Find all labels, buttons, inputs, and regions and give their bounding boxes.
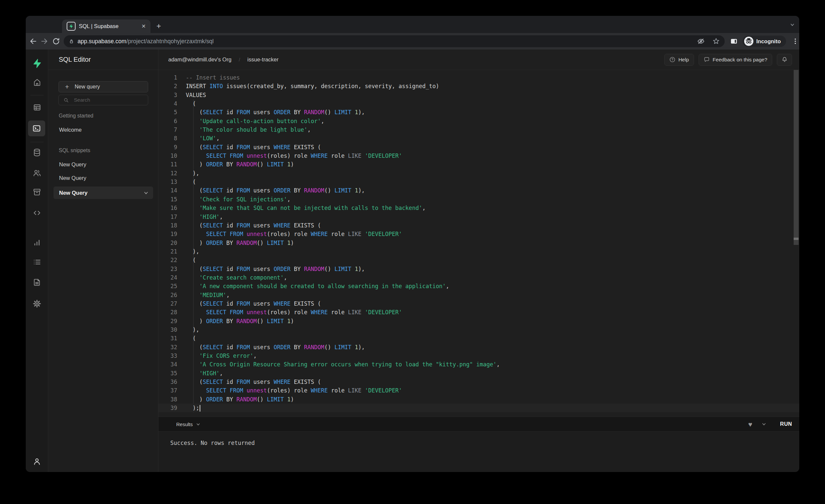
query-status-message: Success. No rows returned [170, 440, 255, 446]
favorite-chevron-icon[interactable] [762, 422, 766, 426]
code-line-14[interactable]: 14 (SELECT id FROM users ORDER BY RANDOM… [158, 186, 799, 195]
section-sql-snippets: SQL snippets [59, 148, 90, 153]
code-line-37[interactable]: 37 SELECT FROM unnest(roles) role WHERE … [158, 386, 799, 395]
forward-button[interactable] [40, 37, 49, 46]
code-line-34[interactable]: 34 'A Cross Origin Resource Sharing erro… [158, 360, 799, 369]
code-line-13[interactable]: 13 ( [158, 177, 799, 186]
code-line-36[interactable]: 36 (SELECT id FROM users WHERE EXISTS ( [158, 378, 799, 386]
browser-tab[interactable]: SQL | Supabase ✕ [62, 19, 150, 33]
url-host: app.supabase.com [78, 38, 126, 45]
scrollbar-cursor-mark [794, 238, 799, 240]
feedback-label: Feedback on this page? [713, 57, 767, 63]
account-icon[interactable] [26, 457, 48, 466]
bookmark-star-icon[interactable] [712, 37, 720, 45]
code-line-5[interactable]: 5 (SELECT id FROM users ORDER BY RANDOM(… [158, 108, 799, 117]
code-line-16[interactable]: 16 'Make sure that SQL can not be inject… [158, 204, 799, 212]
sidebar-item-new-query-1[interactable]: New Query [59, 161, 86, 168]
sidebar-item-new-query-selected[interactable]: New Query [54, 187, 153, 199]
home-icon[interactable] [26, 78, 48, 87]
code-line-25[interactable]: 25 'A new component should be created to… [158, 282, 799, 290]
code-line-38[interactable]: 38 ) ORDER BY RANDOM() LIMIT 1) [158, 395, 799, 404]
code-line-26[interactable]: 26 'MEDIUM', [158, 291, 799, 299]
code-line-35[interactable]: 35 'HIGH', [158, 369, 799, 378]
side-panel-icon[interactable] [730, 37, 738, 45]
code-line-30[interactable]: 30 ), [158, 326, 799, 334]
notifications-button[interactable] [777, 54, 792, 66]
sidebar-item-new-query-2[interactable]: New Query [59, 175, 86, 181]
tab-search-chevron-icon[interactable] [790, 22, 795, 27]
code-line-1[interactable]: 1-- Insert issues [158, 73, 799, 82]
back-button[interactable] [29, 37, 37, 46]
code-line-11[interactable]: 11 ) ORDER BY RANDOM() LIMIT 1) [158, 160, 799, 169]
main-header: adam@windmill.dev's Org / issue-tracker … [158, 50, 799, 70]
reload-button[interactable] [52, 37, 60, 46]
code-line-19[interactable]: 19 SELECT FROM unnest(roles) role WHERE … [158, 230, 799, 238]
code-line-9[interactable]: 9 (SELECT id FROM users WHERE EXISTS ( [158, 143, 799, 151]
code-line-21[interactable]: 21 ), [158, 247, 799, 256]
code-line-33[interactable]: 33 'Fix CORS error', [158, 352, 799, 360]
sidebar-item-welcome[interactable]: Welcome [59, 127, 81, 133]
results-chevron-icon[interactable] [196, 422, 200, 426]
tab-title: SQL | Supabase [79, 23, 139, 29]
results-bar: Results ♥ RUN [158, 417, 799, 432]
api-code-icon[interactable] [26, 208, 48, 218]
speech-bubble-icon [703, 57, 710, 63]
new-query-button[interactable]: + New query [58, 81, 148, 92]
code-editor[interactable]: 1-- Insert issues2INSERT INTO issues(cre… [158, 70, 799, 417]
code-line-4[interactable]: 4 ( [158, 99, 799, 108]
code-line-39[interactable]: 39 ); [158, 404, 799, 412]
code-line-23[interactable]: 23 (SELECT id FROM users ORDER BY RANDOM… [158, 265, 799, 273]
logs-list-icon[interactable] [26, 258, 48, 267]
code-line-8[interactable]: 8 'LOW', [158, 134, 799, 143]
code-line-3[interactable]: 3VALUES [158, 91, 799, 99]
plus-icon: + [65, 83, 69, 90]
run-button[interactable]: RUN [780, 421, 792, 427]
url-text: app.supabase.com/project/azahtnhqohyjerz… [78, 38, 697, 45]
database-icon[interactable] [26, 148, 48, 157]
chevron-down-icon[interactable] [144, 191, 149, 195]
supabase-logo-icon[interactable] [26, 58, 48, 68]
code-line-31[interactable]: 31 ( [158, 334, 799, 343]
browser-window: SQL | Supabase ✕ + app.supabase.com/proj… [26, 16, 799, 472]
code-line-20[interactable]: 20 ) ORDER BY RANDOM() LIMIT 1) [158, 239, 799, 247]
code-line-12[interactable]: 12 ), [158, 169, 799, 177]
url-bar[interactable]: app.supabase.com/project/azahtnhqohyjerz… [64, 35, 725, 47]
snippet-search[interactable] [58, 95, 148, 105]
browser-menu-button[interactable] [791, 37, 799, 45]
reports-chart-icon[interactable] [26, 238, 48, 247]
sql-editor-icon[interactable] [28, 121, 45, 136]
code-line-2[interactable]: 2INSERT INTO issues(created_by, summary,… [158, 82, 799, 90]
search-input[interactable] [73, 97, 141, 103]
favorite-heart-icon[interactable]: ♥ [748, 421, 752, 428]
results-tab[interactable]: Results [176, 422, 193, 427]
code-line-18[interactable]: 18 (SELECT id FROM users WHERE EXISTS ( [158, 221, 799, 230]
feedback-button[interactable]: Feedback on this page? [699, 54, 772, 66]
settings-gear-icon[interactable] [26, 299, 48, 308]
code-line-29[interactable]: 29 ) ORDER BY RANDOM() LIMIT 1) [158, 317, 799, 326]
code-line-10[interactable]: 10 SELECT FROM unnest(roles) role WHERE … [158, 151, 799, 160]
code-line-27[interactable]: 27 (SELECT id FROM users WHERE EXISTS ( [158, 299, 799, 308]
breadcrumb-project[interactable]: issue-tracker [247, 57, 279, 63]
breadcrumb-org[interactable]: adam@windmill.dev's Org [168, 57, 231, 63]
eye-off-icon[interactable] [697, 37, 705, 45]
help-button[interactable]: Help [664, 54, 694, 66]
new-tab-button[interactable]: + [154, 22, 163, 30]
code-line-28[interactable]: 28 SELECT FROM unnest(roles) role WHERE … [158, 308, 799, 316]
code-line-6[interactable]: 6 'Update call-to-action button color', [158, 117, 799, 126]
main-area: adam@windmill.dev's Org / issue-tracker … [158, 50, 799, 472]
editor-scrollbar[interactable] [794, 70, 799, 245]
code-line-15[interactable]: 15 'Check for SQL injections', [158, 195, 799, 204]
code-line-32[interactable]: 32 (SELECT id FROM users ORDER BY RANDOM… [158, 343, 799, 352]
docs-icon[interactable] [26, 278, 48, 287]
code-line-22[interactable]: 22 ( [158, 256, 799, 264]
new-query-label: New query [75, 84, 100, 90]
text-cursor [200, 405, 200, 412]
panel-header: SQL Editor [48, 50, 158, 70]
storage-icon[interactable] [26, 188, 48, 197]
table-editor-icon[interactable] [26, 103, 48, 112]
tab-close-icon[interactable]: ✕ [142, 23, 146, 29]
code-line-7[interactable]: 7 'The color should be light blue', [158, 126, 799, 134]
code-line-24[interactable]: 24 'Create search component', [158, 273, 799, 282]
code-line-17[interactable]: 17 'HIGH', [158, 213, 799, 221]
auth-users-icon[interactable] [26, 168, 48, 177]
